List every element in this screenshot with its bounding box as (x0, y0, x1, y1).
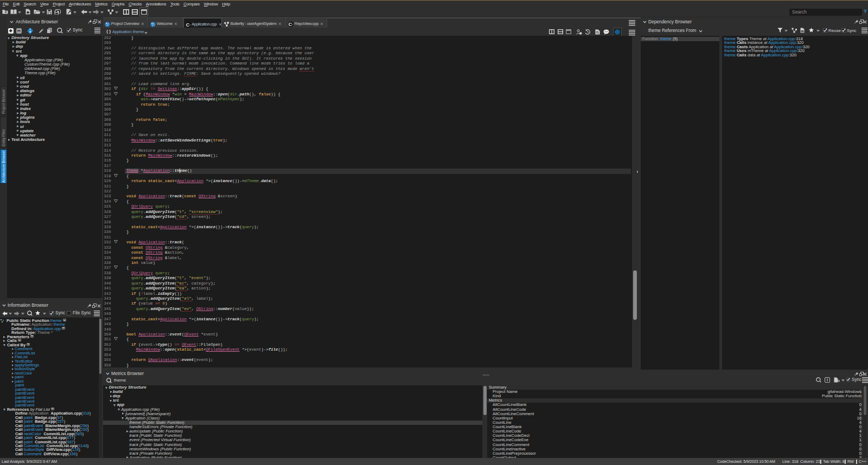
svg-text:C: C (289, 22, 292, 27)
svg-text:C: C (186, 22, 190, 28)
